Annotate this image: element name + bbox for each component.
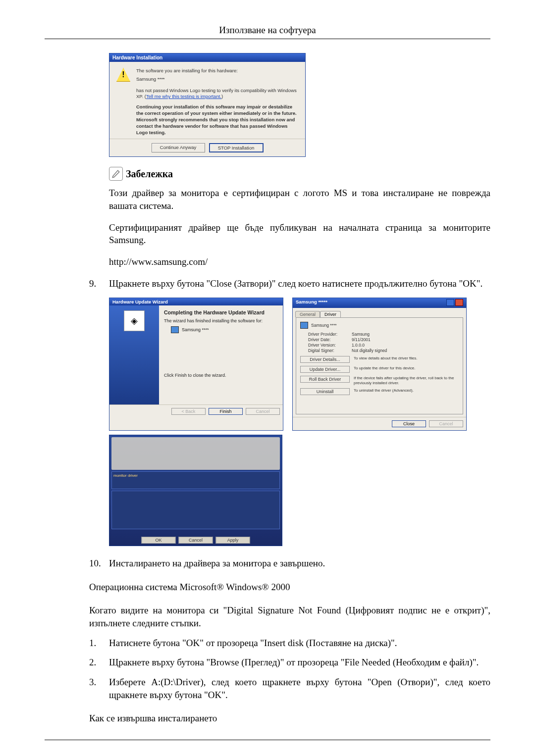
hardware-update-wizard-dialog: Hardware Update Wizard ◈ Completing the … <box>109 298 283 431</box>
wizard-icon: ◈ <box>124 310 145 331</box>
substep-2: 2. Щракнете върху бутона "Browse (Прегле… <box>89 656 490 669</box>
header-rule <box>45 39 490 39</box>
rollback-driver-desc: If the device fails after updating the d… <box>354 376 459 385</box>
props-cancel-button: Cancel <box>429 420 463 427</box>
rollback-driver-button[interactable]: Roll Back Driver <box>300 376 350 383</box>
note-paragraph-1: Този драйвер за монитора е сертифициран … <box>109 187 490 212</box>
dialog-bold-warning: Continuing your installation of this sof… <box>136 104 298 136</box>
dialog-text-line1: The software you are installing for this… <box>136 68 298 74</box>
wizard-heading: Completing the Hardware Update Wizard <box>164 309 278 315</box>
note-paragraph-2: Сертифицираният драйвер ще бъде публикув… <box>109 221 490 247</box>
wizard-titlebar: Hardware Update Wizard <box>109 298 283 305</box>
k-version: Driver Version: <box>308 343 352 348</box>
note-icon <box>109 167 123 181</box>
update-driver-button[interactable]: Update Driver... <box>300 366 350 373</box>
warning-icon: ! <box>116 68 130 82</box>
continue-anyway-button[interactable]: Continue Anyway <box>152 143 205 152</box>
os-line: Операционна система Microsoft® Windows® … <box>89 581 490 594</box>
dialog-text-line2: has not passed Windows Logo testing to v… <box>136 88 298 101</box>
footer-rule <box>45 740 490 740</box>
step-9-number: 9. <box>89 277 109 290</box>
k-date: Driver Date: <box>308 337 352 342</box>
v-signer: Not digitally signed <box>352 348 387 353</box>
page-header-title: Използване на софтуера <box>45 25 490 36</box>
substep-3-text: Изберете A:(D:\Driver), след което щракн… <box>109 676 490 701</box>
close-button[interactable]: Close <box>392 420 426 427</box>
step-9-text: Щракнете върху бутона "Close (Затвори)" … <box>109 277 490 290</box>
testing-link[interactable]: Tell me why this testing is important. <box>146 94 221 99</box>
back-button: < Back <box>171 408 206 415</box>
finish-button[interactable]: Finish <box>209 408 243 415</box>
uninstall-desc: To uninstall the driver (Advanced). <box>354 388 459 393</box>
hardware-installation-dialog: Hardware Installation ! The software you… <box>109 53 306 157</box>
driver-details-desc: To view details about the driver files. <box>354 356 459 361</box>
k-provider: Driver Provider: <box>308 332 352 337</box>
cancel-button: Cancel <box>246 408 280 415</box>
dp-cancel-button[interactable]: Cancel <box>179 537 213 544</box>
driver-properties-dialog: Samsung ***** General Driver Samsung ***… <box>292 298 467 431</box>
monitor-icon <box>300 322 308 329</box>
substep-1-num: 1. <box>89 637 109 650</box>
dp-apply-button[interactable]: Apply <box>216 537 250 544</box>
update-driver-desc: To update the driver for this device. <box>354 366 459 371</box>
paragraph-5: Как се извършва инсталирането <box>89 712 490 725</box>
dialog-titlebar: Hardware Installation <box>109 53 305 62</box>
uninstall-button[interactable]: Uninstall <box>300 388 350 395</box>
step-10-text: Инсталирането на драйвера за монитора е … <box>109 557 490 570</box>
dp-ok-button[interactable]: OK <box>142 537 176 544</box>
paragraph-4: Когато видите на монитора си "Digital Si… <box>89 604 490 629</box>
note-label: Забележка <box>126 168 173 180</box>
k-signer: Digital Signer: <box>308 348 352 353</box>
close-icon[interactable] <box>455 299 463 306</box>
tab-driver[interactable]: Driver <box>320 311 341 317</box>
wizard-line2: Click Finish to close the wizard. <box>164 373 278 378</box>
substep-2-text: Щракнете върху бутона "Browse (Преглед)"… <box>109 656 490 669</box>
driver-details-button[interactable]: Driver Details... <box>300 356 350 363</box>
props-device: Samsung **** <box>311 323 337 328</box>
props-titlebar: Samsung ***** <box>293 298 466 308</box>
wizard-line1: The wizard has finished installing the s… <box>164 318 278 323</box>
substep-3-num: 3. <box>89 676 109 701</box>
help-icon[interactable] <box>446 299 454 306</box>
v-version: 1.0.0.0 <box>352 343 365 348</box>
dialog-device-name: Samsung **** <box>136 76 298 83</box>
step-10-number: 10. <box>89 557 109 570</box>
substep-1: 1. Натиснете бутона "OK" от прозореца "I… <box>89 637 490 650</box>
substep-1-text: Натиснете бутона "OK" от прозореца "Inse… <box>109 637 490 650</box>
wizard-device: Samsung **** <box>182 327 209 332</box>
substep-3: 3. Изберете A:(D:\Driver), след което щр… <box>89 676 490 701</box>
substep-2-num: 2. <box>89 656 109 669</box>
monitor-icon <box>171 326 179 333</box>
display-properties-dialog: monitor driver OK Cancel Apply <box>109 435 282 546</box>
step-10: 10. Инсталирането на драйвера за монитор… <box>89 557 490 570</box>
v-date: 9/11/2001 <box>352 337 371 342</box>
stop-installation-button[interactable]: STOP Installation <box>209 143 264 152</box>
tab-general[interactable]: General <box>295 311 320 317</box>
note-url: http://www.samsung.com/ <box>109 255 490 268</box>
step-9: 9. Щракнете върху бутона "Close (Затвори… <box>89 277 490 290</box>
v-provider: Samsung <box>352 332 370 337</box>
